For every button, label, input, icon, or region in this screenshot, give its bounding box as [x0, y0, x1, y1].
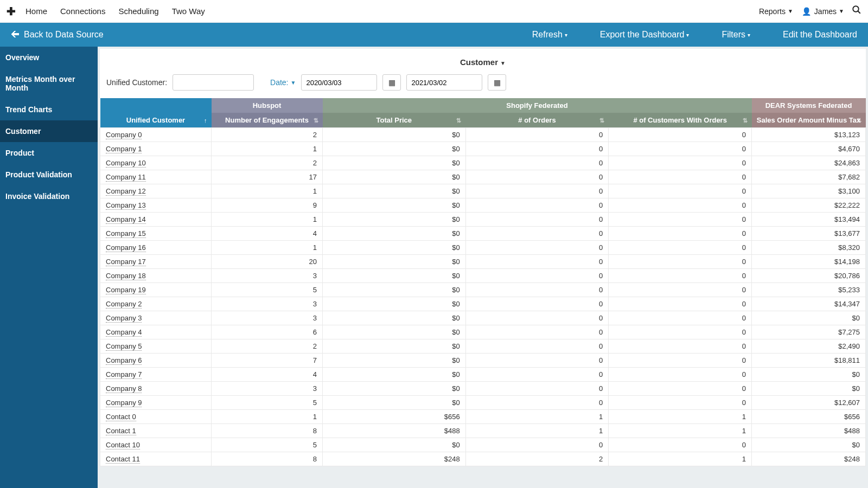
sidebar-item-product[interactable]: Product [0, 142, 98, 164]
cell-sales-order-amount: $18,811 [752, 354, 866, 368]
sidebar-item-product-validation[interactable]: Product Validation [0, 164, 98, 185]
cell-customers-with-orders: 0 [609, 198, 752, 213]
cell-engagements: 7 [212, 354, 323, 368]
sidebar-item-invoice-validation[interactable]: Invoice Validation [0, 185, 98, 207]
cell-customers-with-orders: 0 [609, 311, 752, 325]
customer-panel: Customer▼ Unified Customer: Date:▼ ▦ ▦ H… [100, 49, 866, 466]
sidebar-item-customer[interactable]: Customer [0, 120, 98, 142]
unified-customer-input[interactable] [173, 74, 254, 91]
calendar-from-button[interactable]: ▦ [382, 74, 401, 91]
cell-name[interactable]: Company 0 [100, 128, 212, 142]
export-button[interactable]: Export the Dashboard▾ [600, 30, 690, 40]
cell-engagements: 8 [212, 424, 323, 438]
nav-connections[interactable]: Connections [60, 7, 105, 16]
table-row: Company 95$000$12,607 [100, 396, 866, 410]
col-engagements[interactable]: Number of Engagements⇅ [212, 113, 323, 128]
cell-total-price: $0 [323, 184, 466, 198]
cell-name[interactable]: Contact 1 [100, 424, 212, 438]
cell-name[interactable]: Contact 10 [100, 438, 212, 452]
cell-name[interactable]: Company 19 [100, 283, 212, 297]
calendar-to-button[interactable]: ▦ [488, 74, 506, 91]
plus-icon[interactable]: ✚ [7, 5, 16, 18]
edit-dashboard-button[interactable]: Edit the Dashboard [783, 30, 857, 40]
cell-engagements: 1 [212, 213, 323, 227]
cell-orders: 0 [465, 269, 609, 283]
date-label[interactable]: Date:▼ [270, 78, 296, 87]
sidebar-item-overview[interactable]: Overview [0, 47, 98, 68]
cell-total-price: $0 [323, 198, 466, 213]
cell-name[interactable]: Company 6 [100, 354, 212, 368]
cell-sales-order-amount: $0 [752, 382, 866, 396]
table-row: Contact 105$000$0 [100, 438, 866, 452]
cell-name[interactable]: Company 12 [100, 184, 212, 198]
refresh-button[interactable]: Refresh▾ [532, 30, 567, 40]
caret-down-icon: ▾ [686, 32, 689, 38]
table-row: Company 195$000$5,233 [100, 283, 866, 297]
cell-customers-with-orders: 0 [609, 339, 752, 354]
cell-name[interactable]: Company 18 [100, 269, 212, 283]
col-total-price[interactable]: Total Price⇅ [323, 113, 466, 128]
cell-customers-with-orders: 0 [609, 227, 752, 241]
cell-name[interactable]: Company 16 [100, 241, 212, 255]
cell-total-price: $0 [323, 241, 466, 255]
date-to-input[interactable] [406, 74, 482, 91]
nav-twoway[interactable]: Two Way [172, 7, 205, 16]
col-unified-customer[interactable]: Unified Customer↑ [100, 113, 212, 128]
cell-name[interactable]: Company 2 [100, 297, 212, 311]
cell-orders: 2 [465, 452, 609, 466]
sidebar-item-trend-charts[interactable]: Trend Charts [0, 99, 98, 120]
date-from-input[interactable] [301, 74, 377, 91]
cell-orders: 0 [465, 438, 609, 452]
back-to-source[interactable]: 🡰 Back to Data Source [11, 30, 104, 40]
col-customers-with-orders[interactable]: # of Customers With Orders⇅ [609, 113, 752, 128]
cell-customers-with-orders: 0 [609, 170, 752, 184]
cell-name[interactable]: Company 17 [100, 255, 212, 269]
cell-name[interactable]: Company 1 [100, 142, 212, 156]
cell-orders: 0 [465, 311, 609, 325]
cell-customers-with-orders: 1 [609, 424, 752, 438]
group-dear: DEAR Systems Federated [752, 98, 866, 113]
nav-reports[interactable]: Reports▼ [759, 7, 793, 16]
cell-name[interactable]: Company 15 [100, 227, 212, 241]
cell-customers-with-orders: 0 [609, 241, 752, 255]
cell-orders: 0 [465, 283, 609, 297]
filters-button[interactable]: Filters▾ [722, 30, 750, 40]
nav-home[interactable]: Home [25, 7, 47, 16]
cell-total-price: $488 [323, 424, 466, 438]
cell-name[interactable]: Company 8 [100, 382, 212, 396]
cell-total-price: $0 [323, 297, 466, 311]
cell-engagements: 3 [212, 269, 323, 283]
cell-name[interactable]: Company 4 [100, 325, 212, 339]
cell-engagements: 1 [212, 410, 323, 424]
col-orders[interactable]: # of Orders⇅ [465, 113, 609, 128]
table-row: Company 154$000$13,677 [100, 227, 866, 241]
cell-name[interactable]: Company 10 [100, 156, 212, 170]
cell-total-price: $248 [323, 452, 466, 466]
cell-name[interactable]: Company 14 [100, 213, 212, 227]
cell-name[interactable]: Company 13 [100, 198, 212, 213]
cell-customers-with-orders: 0 [609, 354, 752, 368]
cell-name[interactable]: Contact 11 [100, 452, 212, 466]
table-row: Contact 118$24821$248 [100, 452, 866, 466]
calendar-icon: ▦ [494, 78, 501, 87]
cell-orders: 0 [465, 227, 609, 241]
cell-name[interactable]: Company 5 [100, 339, 212, 354]
cell-name[interactable]: Company 11 [100, 170, 212, 184]
cell-total-price: $0 [323, 170, 466, 184]
cell-name[interactable]: Contact 0 [100, 410, 212, 424]
search-icon[interactable] [852, 5, 861, 17]
cell-customers-with-orders: 0 [609, 382, 752, 396]
panel-title[interactable]: Customer▼ [100, 54, 866, 74]
cell-orders: 0 [465, 382, 609, 396]
filter-bar: Unified Customer: Date:▼ ▦ ▦ [100, 74, 866, 98]
nav-user[interactable]: 👤James▼ [802, 7, 844, 16]
col-sales-order-amount[interactable]: Sales Order Amount Minus Tax⇅ [752, 113, 866, 128]
cell-name[interactable]: Company 3 [100, 311, 212, 325]
sidebar-item-metrics-mom[interactable]: Metrics Month over Month [0, 68, 98, 99]
cell-name[interactable]: Company 7 [100, 368, 212, 382]
cell-name[interactable]: Company 9 [100, 396, 212, 410]
table-row: Company 102$000$24,863 [100, 156, 866, 170]
nav-scheduling[interactable]: Scheduling [118, 7, 158, 16]
cell-total-price: $0 [323, 213, 466, 227]
cell-sales-order-amount: $4,670 [752, 142, 866, 156]
